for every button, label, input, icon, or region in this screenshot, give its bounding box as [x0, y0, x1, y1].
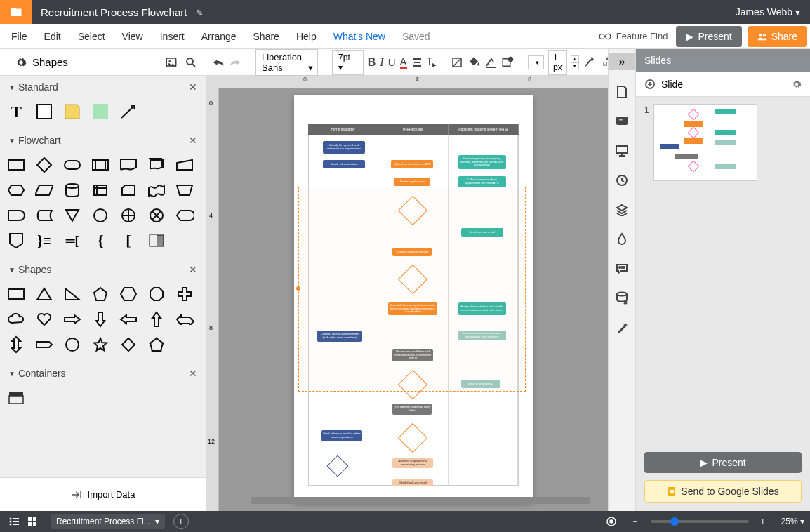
- undo-icon[interactable]: [212, 53, 225, 72]
- align-icon[interactable]: [411, 53, 423, 72]
- page[interactable]: Hiring manager HR/Recruiter Applicant tr…: [294, 95, 533, 503]
- node[interactable]: Identify hiring need and determine job r…: [323, 141, 365, 154]
- import-data-button[interactable]: Import Data: [0, 477, 206, 511]
- node[interactable]: Create job description: [323, 160, 365, 168]
- history-icon[interactable]: [614, 173, 630, 188]
- fc-brace[interactable]: }≡: [35, 232, 53, 250]
- fc-or[interactable]: [119, 206, 138, 225]
- sh-cloud[interactable]: [7, 310, 25, 328]
- data-icon[interactable]: [614, 291, 630, 306]
- fc-multidoc[interactable]: [147, 156, 166, 174]
- search-icon[interactable]: [178, 56, 197, 69]
- fc-delay[interactable]: [7, 206, 25, 225]
- fc-bracket[interactable]: [: [119, 232, 138, 250]
- sh-hexagon[interactable]: [119, 285, 138, 303]
- shape-block[interactable]: [35, 102, 53, 121]
- decision[interactable]: [398, 265, 427, 294]
- line-width-spinner[interactable]: ▲▼: [571, 55, 579, 69]
- menu-whats-new[interactable]: What's New: [325, 25, 394, 48]
- text-more-icon[interactable]: T▸: [427, 53, 437, 72]
- decision[interactable]: [398, 370, 427, 399]
- fc-manualloop[interactable]: [175, 181, 194, 199]
- menu-help[interactable]: Help: [288, 25, 325, 48]
- font-size-select[interactable]: 7pt ▾: [332, 50, 364, 75]
- add-page-button[interactable]: +: [173, 514, 189, 529]
- app-logo[interactable]: [0, 0, 32, 24]
- font-select[interactable]: Liberation Sans▾: [255, 49, 318, 76]
- list-view-icon[interactable]: [6, 513, 22, 530]
- document-title[interactable]: Recruitment Process Flowchart: [41, 6, 187, 18]
- shape-arrow[interactable]: [119, 102, 138, 121]
- node[interactable]: Conduct face-to-face interview (with sel…: [317, 331, 362, 342]
- share-button[interactable]: Share: [748, 26, 807, 47]
- fc-predefined[interactable]: [91, 156, 109, 174]
- menu-file[interactable]: File: [3, 25, 36, 48]
- drop-icon[interactable]: [614, 232, 630, 247]
- sh-callout[interactable]: [35, 335, 53, 354]
- fc-merge[interactable]: [63, 206, 81, 225]
- sh-pentagon[interactable]: [91, 285, 109, 303]
- present-button[interactable]: ▶ Present: [676, 26, 741, 47]
- zoom-level[interactable]: 25% ▾: [781, 517, 804, 526]
- node[interactable]: Send rejection email: [461, 380, 500, 388]
- node[interactable]: Interviewers record notes and impression…: [458, 331, 506, 340]
- layers-icon[interactable]: [614, 202, 630, 218]
- fill-icon[interactable]: [451, 53, 463, 72]
- node[interactable]: Assign demonstration and specific conver…: [458, 302, 506, 315]
- magic-icon[interactable]: [614, 320, 630, 335]
- shape-note[interactable]: [63, 102, 81, 121]
- slide-thumbnail[interactable]: 1: [644, 104, 802, 181]
- fc-papertape[interactable]: [147, 181, 166, 199]
- fc-preparation[interactable]: [7, 181, 25, 199]
- node[interactable]: Schedule face-to-face interview with hir…: [388, 302, 437, 315]
- sh-arrow-right[interactable]: [63, 310, 81, 328]
- sh-cross[interactable]: [175, 285, 194, 303]
- fc-offpage[interactable]: [7, 232, 25, 250]
- sh-arrow-up[interactable]: [147, 310, 166, 328]
- node[interactable]: Collect information from applications se…: [458, 176, 506, 187]
- lane-hiring-manager[interactable]: Identify hiring need and determine job r…: [309, 135, 378, 485]
- sh-star[interactable]: [91, 335, 109, 354]
- menu-arrange[interactable]: Arrange: [193, 25, 245, 48]
- italic-icon[interactable]: I: [380, 53, 383, 72]
- decision[interactable]: [326, 455, 348, 477]
- line-arrow-icon[interactable]: [583, 53, 597, 72]
- node[interactable]: Send thank-you email: [392, 479, 433, 486]
- close-icon[interactable]: ✕: [189, 264, 197, 275]
- fc-brace2[interactable]: {: [91, 232, 109, 250]
- user-menu[interactable]: James Webb ▾: [726, 6, 810, 18]
- node[interactable]: Post job opening on company website, pre…: [458, 155, 506, 169]
- fc-note[interactable]: ═[: [63, 232, 81, 250]
- fc-database[interactable]: [63, 181, 81, 199]
- node[interactable]: Send rejection email: [461, 228, 503, 237]
- sh-circle[interactable]: [63, 335, 81, 354]
- menu-select[interactable]: Select: [69, 25, 114, 48]
- zoom-slider[interactable]: [651, 520, 749, 523]
- lane-ats[interactable]: Post job opening on company website, pre…: [449, 135, 518, 485]
- fc-storeddata[interactable]: [35, 206, 53, 225]
- menu-share[interactable]: Share: [245, 25, 288, 48]
- lane-hr[interactable]: Upload job description to ATS Review app…: [378, 135, 448, 485]
- sh-arrow-lr[interactable]: [175, 310, 194, 328]
- slides-present-button[interactable]: ▶ Present: [644, 452, 802, 473]
- sh-rect[interactable]: [7, 285, 25, 303]
- bucket-icon[interactable]: [467, 53, 480, 72]
- fc-manualinput[interactable]: [175, 156, 194, 174]
- send-to-gslides-button[interactable]: Send to Google Slides: [644, 480, 802, 503]
- sh-diamond[interactable]: [119, 335, 138, 354]
- fc-gradient[interactable]: [147, 232, 166, 250]
- line-style-select[interactable]: ▾: [528, 55, 544, 69]
- selection-handle[interactable]: [296, 286, 300, 291]
- decision[interactable]: [398, 196, 427, 225]
- fc-card[interactable]: [119, 181, 138, 199]
- menu-insert[interactable]: Insert: [152, 25, 193, 48]
- shape-hotspot[interactable]: [91, 102, 109, 121]
- shape-text[interactable]: T: [7, 102, 25, 121]
- close-icon[interactable]: ✕: [189, 135, 197, 146]
- fc-process[interactable]: [7, 156, 25, 174]
- container-swimlane[interactable]: [7, 389, 25, 407]
- feature-find[interactable]: Feature Find: [598, 31, 668, 41]
- section-shapes[interactable]: ▼ Shapes ✕: [0, 258, 206, 281]
- sh-arrow-ud[interactable]: [7, 335, 25, 354]
- presentation-icon[interactable]: [614, 143, 630, 159]
